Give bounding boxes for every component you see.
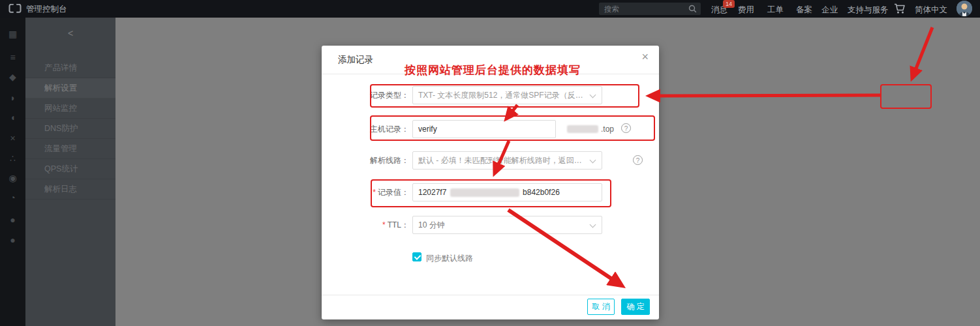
record-value-redacted — [450, 188, 519, 197]
host-domain-suffix: .top — [601, 125, 614, 134]
record-type-select[interactable]: TXT- 文本长度限制512，通常做SPF记录（反垃圾邮件） — [412, 86, 602, 104]
nav-item-billing[interactable]: 费用 — [738, 5, 754, 16]
record-value-label: *记录值： — [322, 183, 409, 201]
global-search-placeholder: 搜索 — [604, 5, 619, 14]
ttl-label: *TTL： — [322, 216, 409, 234]
chevron-down-icon — [590, 222, 596, 228]
line-label: 解析线路： — [322, 151, 409, 170]
search-icon[interactable] — [688, 5, 697, 13]
language-selector[interactable]: 简体中文 — [915, 5, 947, 16]
ttl-value: 10 分钟 — [418, 220, 445, 230]
global-search-input[interactable]: 搜索 — [599, 3, 701, 15]
line-help-icon[interactable]: ? — [633, 155, 643, 165]
host-help-icon[interactable]: ? — [621, 123, 631, 133]
nav-item-icp[interactable]: 备案 — [796, 5, 812, 16]
avatar-image — [957, 1, 972, 16]
add-record-modal: 添加记录 × 记录类型： TXT- 文本长度限制512，通常做SPF记录（反垃圾… — [322, 46, 659, 319]
console-logo-icon[interactable] — [8, 4, 22, 14]
console-page: 管理控制台 搜索 消息 14 费用 工单 备案 企业 支持与服务 简体中文 — [0, 0, 980, 326]
record-value-suffix: b842b0f26 — [523, 188, 560, 197]
line-value: 默认 - 必填！未匹配到智能解析线路时，返回【默认】线路... — [418, 156, 602, 165]
line-select[interactable]: 默认 - 必填！未匹配到智能解析线路时，返回【默认】线路... — [412, 151, 602, 170]
record-value-prefix: 12027f7 — [418, 188, 446, 197]
confirm-button[interactable]: 确 定 — [621, 299, 650, 315]
record-value-input[interactable]: 12027f7 b842b0f26 — [412, 183, 602, 201]
host-record-input[interactable]: verify — [412, 120, 556, 138]
modal-header-divider — [322, 74, 659, 74]
nav-item-enterprise[interactable]: 企业 — [821, 5, 838, 16]
sync-default-line-checkbox[interactable] — [412, 252, 421, 261]
host-record-label: 主机记录： — [322, 120, 409, 138]
ttl-label-text: TTL： — [388, 220, 409, 230]
cancel-button[interactable]: 取 消 — [587, 299, 615, 315]
sync-default-line-label: 同步默认线路 — [426, 253, 473, 264]
nav-item-tickets[interactable]: 工单 — [767, 5, 784, 16]
modal-footer-divider — [322, 295, 659, 295]
close-icon[interactable]: × — [641, 51, 649, 63]
modal-title: 添加记录 — [338, 54, 373, 66]
required-mark: * — [382, 220, 386, 230]
ttl-select[interactable]: 10 分钟 — [412, 216, 602, 234]
record-type-value: TXT- 文本长度限制512，通常做SPF记录（反垃圾邮件） — [418, 91, 602, 100]
host-record-value: verify — [418, 125, 437, 134]
required-mark: * — [373, 188, 376, 197]
top-navbar: 管理控制台 搜索 消息 14 费用 工单 备案 企业 支持与服务 简体中文 — [0, 0, 980, 18]
host-domain-redacted — [567, 125, 598, 133]
record-value-label-text: 记录值： — [378, 188, 409, 197]
message-count-badge: 14 — [723, 0, 735, 8]
console-title[interactable]: 管理控制台 — [26, 4, 67, 15]
record-type-label: 记录类型： — [322, 86, 409, 104]
cart-icon[interactable] — [894, 3, 906, 14]
nav-item-support[interactable]: 支持与服务 — [848, 5, 889, 16]
user-avatar[interactable] — [957, 1, 972, 16]
